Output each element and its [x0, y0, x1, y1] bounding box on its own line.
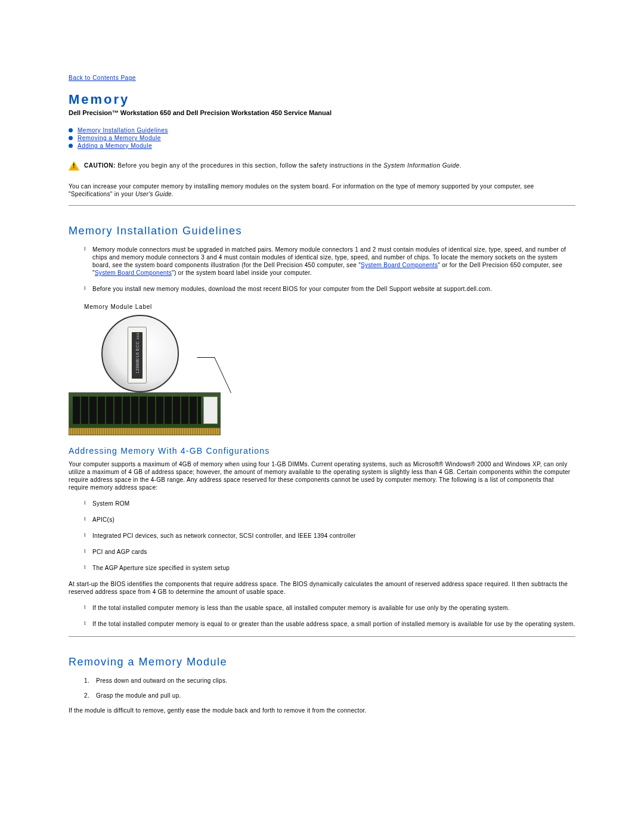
guidelines-list: Memory module connectors must be upgrade… — [84, 246, 575, 293]
section-heading-4gb: Addressing Memory With 4-GB Configuratio… — [69, 446, 575, 456]
li-text-post: ") or the system board label inside your… — [172, 270, 312, 276]
list-item: Integrated PCI devices, such as network … — [84, 532, 575, 540]
bios-paragraph: At start-up the BIOS identifies the comp… — [69, 580, 575, 596]
usable-space-list: If the total installed computer memory i… — [84, 604, 575, 628]
caution-icon — [69, 161, 79, 171]
magnifier-circle: 128MB/16 ECC xxx — [101, 315, 179, 392]
system-board-link-450[interactable]: System Board Components — [361, 262, 438, 268]
bullet-icon — [69, 136, 73, 140]
caution-italic: System Information Guide. — [383, 162, 462, 169]
bullet-icon — [69, 144, 73, 148]
step-item: Grasp the module and pull up. — [84, 692, 575, 699]
callout-line — [197, 357, 231, 393]
step-item: Press down and outward on the securing c… — [84, 677, 575, 685]
page-subtitle: Dell Precision™ Workstation 650 and Dell… — [69, 109, 575, 116]
caution-body: Before you begin any of the procedures i… — [117, 162, 382, 169]
table-of-contents: Memory Installation Guidelines Removing … — [69, 127, 575, 149]
toc-link-adding[interactable]: Adding a Memory Module — [78, 143, 152, 149]
list-item: If the total installed computer memory i… — [84, 604, 575, 612]
magnified-chip: 128MB/16 ECC xxx — [128, 327, 147, 383]
caution-text: CAUTION: Before you begin any of the pro… — [84, 162, 462, 169]
divider — [69, 205, 575, 206]
divider — [69, 636, 575, 637]
section-heading-removing: Removing a Memory Module — [69, 656, 575, 668]
dimm-label-sticker — [203, 397, 218, 424]
back-to-contents-link[interactable]: Back to Contents Page — [69, 75, 136, 81]
section-heading-guidelines: Memory Installation Guidelines — [69, 225, 575, 237]
list-item: System ROM — [84, 500, 575, 507]
dimm-module — [69, 392, 221, 428]
chip-label-text: 128MB/16 ECC xxx — [135, 336, 140, 373]
memory-module-label-caption: Memory Module Label — [84, 304, 575, 310]
list-item: If the total installed computer memory i… — [84, 620, 575, 628]
list-item: PCI and AGP cards — [84, 548, 575, 556]
toc-link-removing[interactable]: Removing a Memory Module — [78, 135, 161, 141]
removing-note: If the module is difficult to remove, ge… — [69, 707, 575, 714]
toc-link-guidelines[interactable]: Memory Installation Guidelines — [78, 127, 168, 134]
caution-block: CAUTION: Before you begin any of the pro… — [69, 162, 575, 171]
intro-paragraph: You can increase your computer memory by… — [69, 182, 575, 198]
page-title: Memory — [69, 92, 575, 107]
system-board-link-650[interactable]: System Board Components — [95, 270, 172, 276]
bullet-icon — [69, 128, 73, 132]
list-item: The AGP Aperture size specified in syste… — [84, 564, 575, 572]
intro-italic: User's Guide. — [135, 191, 174, 197]
removing-steps: Press down and outward on the securing c… — [84, 677, 575, 699]
4gb-paragraph: Your computer supports a maximum of 4GB … — [69, 460, 575, 491]
component-list: System ROM APIC(s) Integrated PCI device… — [84, 500, 575, 572]
list-item: Before you install new memory modules, d… — [84, 285, 575, 293]
dimm-pins — [69, 428, 221, 435]
list-item: APIC(s) — [84, 516, 575, 524]
memory-module-illustration: 128MB/16 ECC xxx — [69, 315, 221, 435]
caution-label: CAUTION: — [84, 162, 116, 169]
list-item: Memory module connectors must be upgrade… — [84, 246, 575, 277]
